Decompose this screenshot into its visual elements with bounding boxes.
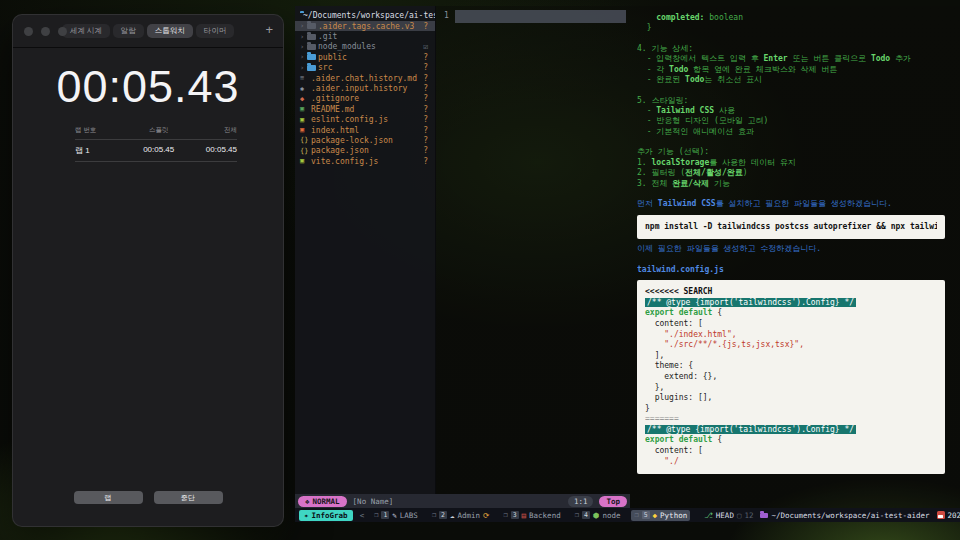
tree-item-eslint.config.js[interactable]: ▣eslint.config.js?	[295, 115, 435, 125]
tmux-window-admin[interactable]: ❐2☁Admin⟳	[429, 510, 493, 521]
tree-item-index.html[interactable]: ▣index.html?	[295, 125, 435, 135]
git-branch-icon: ⎇	[704, 511, 713, 520]
text-segment: 를 사용한 데이터 유지	[709, 158, 795, 167]
code-line: "./	[645, 457, 937, 468]
git-status-badge: ?	[423, 74, 428, 83]
tree-item-public[interactable]: ›public?	[295, 52, 435, 62]
folder-icon	[307, 34, 316, 40]
tree-item-name: node_modules	[318, 42, 376, 51]
tmux-window-node[interactable]: ❐4⬢node	[572, 510, 624, 521]
stop-button[interactable]: 중단	[154, 491, 223, 504]
text-segment: localStorage	[651, 158, 709, 167]
tab-timer[interactable]: 타이머	[196, 24, 235, 37]
lap-button[interactable]: 랩	[74, 491, 143, 504]
text-segment: content: [	[645, 319, 703, 328]
window-icon: ❐	[374, 511, 378, 519]
window-name: LABS	[400, 511, 418, 520]
git-status-badge: ?	[423, 94, 428, 103]
folder-icon	[307, 44, 316, 50]
tree-item-src[interactable]: ›src?	[295, 63, 435, 73]
tree-item-.gitignore[interactable]: ◆.gitignore?	[295, 94, 435, 104]
file-tree-root-path: ~/Documents/workspace/ai-test	[303, 11, 435, 20]
git-status-badge: ?	[423, 22, 428, 31]
window-icon: ❐	[575, 511, 579, 519]
tree-item-name: src	[318, 63, 332, 72]
git-status-badge: ☑	[423, 42, 428, 51]
git-status-badge: ?	[423, 115, 428, 124]
clock-app-window: 세계 시계알람스톱워치타이머 + 00:05.43 랩 번호 스플릿 전체 랩 …	[12, 14, 284, 527]
tmux-window-python[interactable]: ❐5◆Python	[631, 510, 690, 521]
aider-output-line: - 각 Todo 항목 옆에 완료 체크박스와 삭제 버튼	[637, 65, 945, 75]
code-line: "./src/**/*.{js,ts,jsx,tsx}",	[645, 340, 937, 351]
python-icon: ◆	[653, 511, 658, 520]
folder-icon	[307, 44, 318, 50]
aider-output-line	[637, 137, 945, 147]
chevron-right-icon: ›	[300, 64, 307, 72]
text-segment: -	[637, 106, 656, 115]
text-segment: Enter	[764, 54, 788, 63]
text-segment: "./index.html",	[645, 330, 737, 339]
aider-output-line: 먼저 Tailwind CSS를 설치하고 필요한 파일들을 생성하겠습니다.	[637, 199, 945, 209]
tmux-window-labs[interactable]: ❐1✎LABS	[371, 510, 421, 521]
readme-file-icon: ▣	[300, 105, 311, 113]
text-segment: )	[743, 168, 748, 177]
refresh-icon: ⟳	[483, 511, 489, 520]
lap-header-number: 랩 번호	[75, 126, 129, 135]
minimize-button[interactable]	[41, 27, 50, 36]
aider-chat-pane[interactable]: completed: boolean } 4. 기능 상세: - 입력창에서 텍…	[632, 6, 960, 508]
zoom-button[interactable]	[58, 27, 67, 36]
history-file-icon: ✱	[300, 85, 311, 93]
tree-item-.aider.chat.history.md[interactable]: ≡.aider.chat.history.md?	[295, 73, 435, 83]
tree-item-node_modules[interactable]: ›node_modules☑	[295, 42, 435, 52]
js-file-icon: ▣	[300, 116, 304, 124]
code-line: =======	[645, 414, 937, 425]
markdown-file-icon: ≡	[300, 74, 304, 82]
folder-icon	[760, 513, 768, 518]
tree-item-package-lock.json[interactable]: {}package-lock.json?	[295, 135, 435, 145]
clock-titlebar: 세계 시계알람스톱워치타이머 +	[13, 15, 283, 48]
git-status-badge: ?	[423, 84, 428, 93]
editor-pane[interactable]: 1	[437, 6, 630, 494]
text-segment: },	[645, 383, 664, 392]
text-segment: "./src/**/*.{js,ts,jsx,tsx}",	[645, 340, 804, 349]
text-segment: extend: {},	[645, 372, 717, 381]
tab-world-clock[interactable]: 세계 시계	[62, 24, 110, 37]
aider-output-line	[637, 34, 945, 44]
tree-item-name: .aider.input.history	[311, 84, 407, 93]
aider-output-line: - 기본적인 애니메이션 효과	[637, 127, 945, 137]
text-segment: - 입력창에서 텍스트 입력 후	[637, 54, 764, 63]
tmux-window-backend[interactable]: ❐3▤Backend	[500, 510, 563, 521]
tmux-prefix-indicator: <	[360, 511, 365, 520]
git-status-badge: ?	[423, 63, 428, 72]
text-segment: 항목 옆에 완료 체크박스와 삭제 버튼	[688, 65, 837, 74]
tree-item-README.md[interactable]: ▣README.md?	[295, 104, 435, 114]
tab-alarm[interactable]: 알람	[113, 24, 144, 37]
text-segment: theme: {	[645, 361, 693, 370]
add-clock-button[interactable]: +	[265, 22, 273, 37]
tree-item-.git[interactable]: ›.git	[295, 31, 435, 41]
tmux-session-badge[interactable]: ✦ InfoGrab	[299, 510, 353, 521]
file-tree-pane: ~/Documents/workspace/ai-test ›.aider.ta…	[295, 6, 436, 494]
text-segment: 이제 필요한 파일들을 생성하고 수정하겠습니다.	[637, 244, 821, 253]
tree-item-vite.config.js[interactable]: ▣vite.config.js?	[295, 156, 435, 166]
tree-item-.aider.input.history[interactable]: ✱.aider.input.history?	[295, 83, 435, 93]
aider-output-line: completed: boolean	[637, 13, 945, 23]
close-button[interactable]	[24, 27, 33, 36]
text-segment: - 각	[637, 65, 669, 74]
tab-stopwatch[interactable]: 스톱워치	[147, 24, 193, 37]
lap-header-split: 스플릿	[129, 126, 188, 135]
text-segment: 추가	[890, 54, 911, 63]
git-status-badge: ?	[423, 105, 428, 114]
text-segment: Tailwind CSS	[658, 199, 716, 208]
window-icon: ❐	[503, 511, 507, 519]
terminal-window: ~/Documents/workspace/ai-test ›.aider.ta…	[295, 6, 960, 522]
code-line: theme: {	[645, 361, 937, 372]
lap-number: 랩 1	[75, 145, 129, 156]
tree-item-package.json[interactable]: {}package.json?	[295, 146, 435, 156]
file-tree-root[interactable]: ~/Documents/workspace/ai-test	[295, 10, 435, 21]
aider-output-line: 5. 스타일링:	[637, 96, 945, 106]
lap-table: 랩 번호 스플릿 전체 랩 100:05.4500:05.45	[75, 126, 237, 162]
git-status-badge: ?	[423, 136, 428, 145]
text-segment: Todo	[685, 75, 704, 84]
tree-item-.aider.tags.cache.v3[interactable]: ›.aider.tags.cache.v3?	[295, 21, 435, 31]
